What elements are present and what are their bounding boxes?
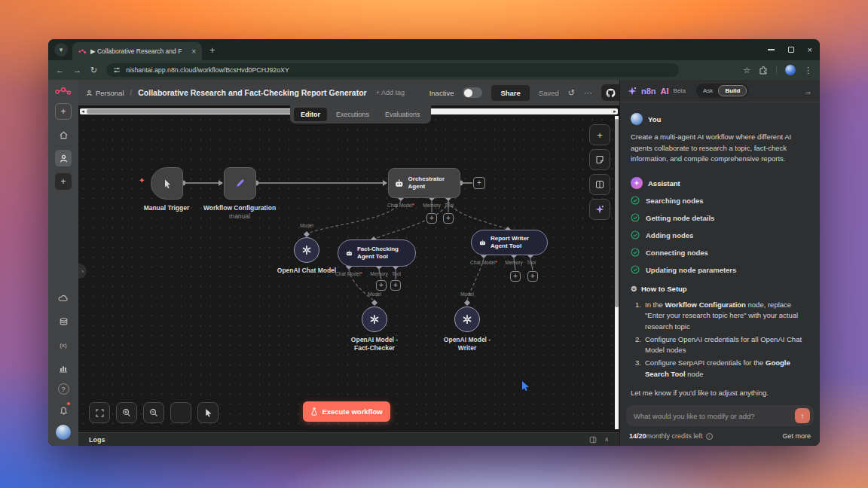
profile-avatar[interactable] xyxy=(785,65,796,75)
sidebar-overview-add-button[interactable]: + xyxy=(55,103,72,120)
tidy-up-button[interactable] xyxy=(197,402,219,423)
ai-assistant-button[interactable] xyxy=(589,199,610,220)
sidebar-new-workflow-button[interactable]: + xyxy=(55,173,72,190)
reload-button[interactable]: ↻ xyxy=(90,66,97,75)
fit-view-button[interactable] xyxy=(89,402,110,423)
setup-section-header: ⚙ How to Setup xyxy=(631,285,809,293)
user-message-author: You xyxy=(648,115,661,124)
node-report-writer-agent-tool[interactable]: Report Writer Agent Tool xyxy=(471,230,548,255)
add-memory-button[interactable]: + xyxy=(426,213,437,224)
note-icon xyxy=(595,155,604,164)
add-tool-button[interactable]: + xyxy=(443,213,454,224)
send-button[interactable]: ↑ xyxy=(795,408,810,423)
add-memory-button[interactable]: + xyxy=(376,280,387,291)
workflow-title[interactable]: Collaborative Research and Fact-Checking… xyxy=(138,88,366,97)
plus-icon: + xyxy=(446,214,451,222)
chat-history[interactable]: You Create a multi-agent AI workflow whe… xyxy=(620,102,820,405)
zoom-out-button[interactable] xyxy=(143,402,164,423)
new-tab-button[interactable]: + xyxy=(209,44,215,56)
more-menu-icon[interactable]: ⋯ xyxy=(584,88,592,98)
browser-tab[interactable]: ▶ Collaborative Research and F × xyxy=(72,42,202,60)
tab-editor[interactable]: Editor xyxy=(294,108,327,121)
ask-build-switch[interactable]: Ask Build xyxy=(696,84,748,98)
port-label-chat-model: Chat Model* xyxy=(335,271,362,276)
ask-tab[interactable]: Ask xyxy=(698,86,718,96)
cloud-icon[interactable] xyxy=(55,290,72,307)
node-workflow-configuration[interactable] xyxy=(224,167,256,200)
workflow-header: Personal / Collaborative Research and Fa… xyxy=(78,80,619,105)
execute-workflow-button[interactable]: Execute workflow xyxy=(303,401,390,422)
assistant-message-author: Assistant xyxy=(648,179,680,188)
add-tool-button[interactable]: + xyxy=(390,280,401,291)
node-openai-model-fact-checker[interactable] xyxy=(362,307,387,332)
add-sticky-note-button[interactable] xyxy=(589,149,610,170)
node-manual-trigger[interactable] xyxy=(151,167,183,200)
insights-icon[interactable] xyxy=(55,360,72,377)
user-avatar xyxy=(631,113,643,125)
openai-icon xyxy=(301,244,313,256)
variables-icon[interactable]: (x) xyxy=(55,337,72,353)
sidebar-personal-icon[interactable] xyxy=(55,150,72,166)
extensions-icon[interactable] xyxy=(759,66,768,75)
logs-bar[interactable]: Logs ∧ xyxy=(78,432,619,446)
share-button[interactable]: Share xyxy=(491,85,529,101)
project-breadcrumb[interactable]: Personal xyxy=(86,89,124,97)
sidebar-home-icon[interactable] xyxy=(55,127,72,143)
info-icon[interactable]: i xyxy=(706,433,713,440)
port-label-tool: Tool xyxy=(392,271,401,276)
node-orchestrator-agent[interactable]: Orchestrator Agent xyxy=(388,168,460,198)
add-tag-button[interactable]: + Add tag xyxy=(376,89,405,96)
help-icon[interactable]: ? xyxy=(58,383,69,395)
chat-input-card[interactable]: ↑ xyxy=(626,405,814,426)
brand-n8n: n8n xyxy=(641,87,656,96)
beta-badge: Beta xyxy=(674,87,686,94)
check-circle-icon xyxy=(631,196,640,205)
assistant-input-area: ↑ 14/20 monthly credits left i Get more xyxy=(620,405,820,446)
person-icon xyxy=(86,90,93,96)
restore-button[interactable] xyxy=(788,47,794,53)
add-connection-button[interactable]: + xyxy=(473,177,485,189)
check-circle-icon xyxy=(631,248,640,257)
active-toggle[interactable] xyxy=(463,87,482,98)
chat-input[interactable] xyxy=(634,412,795,420)
add-memory-button[interactable]: + xyxy=(510,271,521,282)
templates-icon[interactable] xyxy=(55,313,72,330)
tab-executions[interactable]: Executions xyxy=(329,108,376,121)
node-openai-model-writer[interactable] xyxy=(454,307,480,332)
back-button[interactable]: ← xyxy=(56,66,64,75)
history-icon[interactable]: ↺ xyxy=(568,88,575,98)
tab-evaluations[interactable]: Evaluations xyxy=(378,108,427,121)
setup-step: 2. Configure OpenAI credentials for all … xyxy=(635,334,809,356)
zoom-in-button[interactable] xyxy=(116,402,137,423)
node-openai-chat-model[interactable] xyxy=(294,237,319,263)
sparkle-icon xyxy=(634,180,640,186)
user-avatar[interactable] xyxy=(56,425,71,440)
workflow-canvas[interactable]: ◄ ► Editor Executions Evaluations + xyxy=(78,105,619,432)
bookmark-star-icon[interactable]: ☆ xyxy=(743,66,750,75)
minimize-button[interactable] xyxy=(768,49,775,50)
chevron-up-icon[interactable]: ∧ xyxy=(604,436,609,443)
address-bar[interactable]: nishantai.app.n8n.cloud/workflow/BcsHvd0… xyxy=(106,63,679,77)
toggle-panel-button[interactable] xyxy=(589,174,610,195)
site-settings-icon xyxy=(113,66,121,74)
add-tool-button[interactable]: + xyxy=(527,271,538,282)
tab-search-button[interactable]: ▾ xyxy=(54,43,68,56)
zoom-in-icon xyxy=(122,408,131,417)
collapse-panel-icon[interactable]: → xyxy=(804,87,812,96)
notifications-icon[interactable] xyxy=(55,401,72,418)
step-number: 3. xyxy=(635,358,645,380)
github-widget[interactable] xyxy=(601,84,619,101)
open-panel-icon[interactable] xyxy=(589,436,597,444)
get-more-link[interactable]: Get more xyxy=(782,432,811,440)
tab-close-icon[interactable]: × xyxy=(191,47,196,56)
forward-button[interactable]: → xyxy=(73,66,81,75)
build-tab[interactable]: Build xyxy=(718,85,747,96)
browser-menu-icon[interactable]: ⋮ xyxy=(804,66,812,75)
step-label: Getting node details xyxy=(646,214,714,222)
n8n-logo xyxy=(55,86,72,96)
node-fact-checking-agent-tool[interactable]: Fact-Checking Agent Tool xyxy=(338,239,416,267)
add-node-button[interactable]: + xyxy=(589,124,610,145)
undo-button[interactable] xyxy=(170,402,191,423)
credits-count: 14/20 xyxy=(629,432,646,440)
close-window-button[interactable]: × xyxy=(808,45,812,54)
